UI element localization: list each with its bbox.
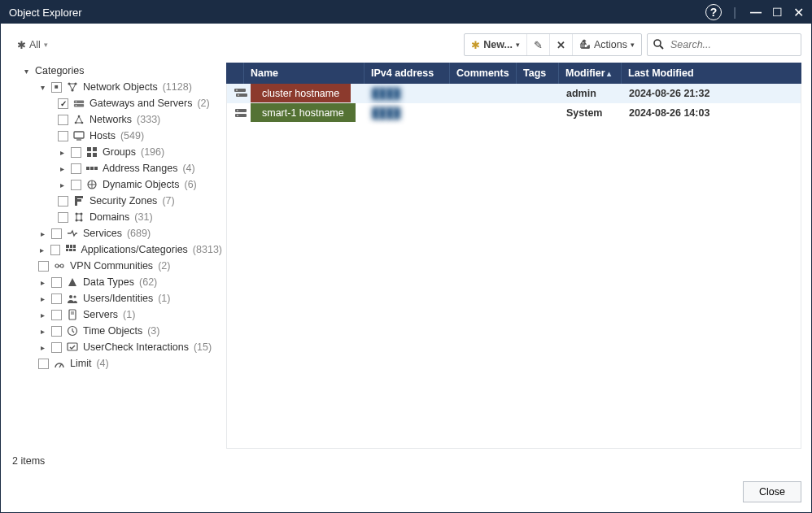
tree-groups[interactable]: ▸ Groups (196) [11, 144, 222, 160]
checkbox[interactable] [51, 342, 62, 353]
svg-rect-19 [90, 167, 94, 170]
svg-rect-22 [75, 196, 77, 206]
tree-count: (6) [184, 179, 196, 190]
col-header-modifier[interactable]: Modifier [559, 63, 622, 84]
checkbox[interactable] [58, 212, 68, 223]
tree-data-types[interactable]: ▸ Data Types (62) [11, 274, 222, 290]
tree-count: (4) [182, 163, 194, 174]
svg-rect-44 [68, 343, 77, 350]
caret-down-icon: ▾ [22, 67, 30, 76]
checkbox[interactable] [51, 228, 62, 239]
svg-point-39 [73, 295, 76, 298]
tree-label: Gateways and Servers [89, 98, 192, 109]
checkbox[interactable] [51, 326, 62, 337]
tree-label: Domains [89, 211, 129, 223]
svg-point-7 [76, 102, 76, 102]
tree-security-zones[interactable]: Security Zones (7) [11, 193, 222, 209]
svg-rect-30 [70, 245, 72, 248]
star-icon: ✱ [471, 39, 480, 51]
checkbox[interactable] [71, 180, 81, 190]
tree-dynamic-objects[interactable]: ▸ Dynamic Objects (6) [11, 176, 222, 193]
tree-vpn[interactable]: VPN Communities (2) [11, 258, 222, 274]
close-button[interactable]: Close [743, 481, 801, 502]
checkbox-checked[interactable] [58, 98, 68, 109]
tree-domains[interactable]: Domains (31) [11, 209, 222, 225]
svg-rect-17 [93, 153, 97, 157]
search-input[interactable] [669, 38, 796, 51]
svg-point-52 [237, 110, 238, 111]
actions-label: Actions [594, 39, 627, 50]
edit-button[interactable]: ✎ [526, 34, 549, 55]
minimize-button[interactable]: — [748, 4, 764, 20]
search-box[interactable] [647, 33, 801, 56]
delete-button[interactable]: ✕ [549, 34, 572, 55]
table-row[interactable]: smart-1 hostname ████ System 2024-08-26 … [227, 103, 801, 123]
col-header-comments[interactable]: Comments [450, 63, 517, 84]
svg-rect-15 [93, 147, 97, 151]
actions-button[interactable]: Actions ▾ [572, 34, 641, 55]
tree-label: Servers [83, 309, 118, 320]
search-icon [653, 38, 664, 52]
titlebar: Object Explorer ? | — ☐ ✕ [1, 1, 811, 24]
tree-label: Networks [89, 114, 132, 125]
tree-usercheck[interactable]: ▸ UserCheck Interactions (15) [11, 339, 222, 355]
maximize-button[interactable]: ☐ [769, 4, 785, 20]
tree-network-objects[interactable]: ▾ Network Objects (1128) [11, 79, 222, 95]
tree-limit[interactable]: Limit (4) [11, 355, 222, 372]
tree-hosts[interactable]: Hosts (549) [11, 128, 222, 144]
checkbox[interactable] [51, 277, 62, 288]
checkbox[interactable] [38, 359, 49, 369]
new-button[interactable]: ✱ New... ▾ [465, 34, 526, 55]
range-icon [86, 163, 98, 174]
col-header-name[interactable]: Name [244, 63, 365, 84]
caret-right-icon: ▸ [38, 246, 46, 254]
caret-down-icon: ▾ [38, 83, 46, 92]
sidebar: ▾ Categories ▾ Network Objects (1128) [11, 63, 226, 449]
col-header-icon[interactable] [226, 63, 244, 84]
tree-servers[interactable]: ▸ Servers (1) [11, 306, 222, 323]
close-window-button[interactable]: ✕ [790, 4, 806, 20]
checkbox-mixed[interactable] [51, 82, 62, 93]
row-icon-cell [227, 88, 245, 99]
col-header-tags[interactable]: Tags [517, 63, 559, 84]
table-row[interactable]: cluster hostname ████ admin 2024-08-26 2… [227, 84, 801, 103]
tree-users[interactable]: ▸ Users/Identities (1) [11, 290, 222, 306]
svg-rect-29 [66, 245, 69, 248]
grid-body: cluster hostname ████ admin 2024-08-26 2… [226, 84, 801, 449]
col-header-ipv4[interactable]: IPv4 address [365, 63, 450, 84]
hostname-badge-smart1: smart-1 hostname [251, 103, 356, 122]
checkbox[interactable] [71, 163, 81, 174]
checkbox[interactable] [51, 293, 62, 304]
checkbox[interactable] [38, 261, 49, 272]
col-header-lastmod[interactable]: Last Modified [622, 63, 801, 84]
svg-rect-33 [69, 249, 72, 251]
tree-root-categories[interactable]: ▾ Categories [11, 63, 222, 79]
tree-services[interactable]: ▸ Services (689) [11, 225, 222, 241]
tree-address-ranges[interactable]: ▸ Address Ranges (4) [11, 160, 222, 176]
tree-apps[interactable]: ▸ Applications/Categories (8313) [11, 241, 222, 258]
snowflake-icon: ✱ [17, 39, 26, 51]
svg-rect-47 [236, 93, 247, 97]
checkbox[interactable] [58, 131, 68, 141]
svg-point-35 [55, 264, 59, 267]
tree-count: (15) [194, 341, 212, 353]
tree-label: Categories [35, 65, 84, 76]
checkbox[interactable] [71, 147, 81, 158]
tree-time[interactable]: ▸ Time Objects (3) [11, 323, 222, 339]
tree-count: (4) [96, 358, 108, 369]
content-area: ✱ All ▾ ✱ New... ▾ ✎ ✕ [1, 24, 811, 473]
checkbox[interactable] [51, 310, 62, 320]
tree-networks[interactable]: Networks (333) [11, 111, 222, 128]
help-icon[interactable]: ? [705, 4, 722, 20]
body-split: ▾ Categories ▾ Network Objects (1128) [11, 63, 801, 449]
window-title: Object Explorer [9, 7, 82, 19]
checkbox[interactable] [58, 196, 68, 207]
filter-all-button[interactable]: ✱ All ▾ [11, 36, 55, 54]
row-lastmod-cell: 2024-08-26 21:32 [622, 88, 801, 99]
checkbox[interactable] [50, 245, 60, 255]
checkbox[interactable] [58, 115, 68, 125]
tree-count: (62) [139, 276, 157, 288]
svg-point-49 [238, 94, 239, 96]
svg-point-36 [60, 264, 63, 267]
tree-gateways-servers[interactable]: Gateways and Servers (2) [11, 95, 222, 111]
